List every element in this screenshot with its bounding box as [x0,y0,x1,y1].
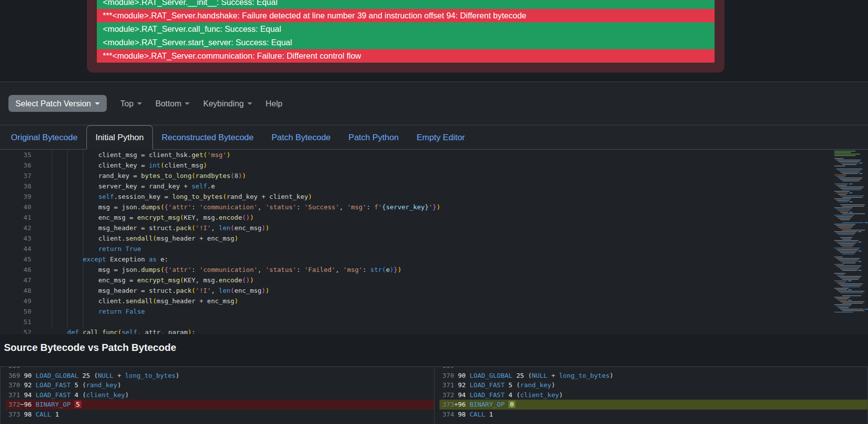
line-number: 37 [0,170,31,181]
line-number: 52 [0,327,31,334]
select-patch-version-button[interactable]: Select Patch Version [8,95,107,112]
menu-label: Keybinding [203,99,244,108]
code-text: enc_msg = encrypt_msg(KEY, msg.encode()) [31,212,254,223]
code-text: msg_header = struct.pack('!I', len(enc_m… [31,223,269,233]
code-text: self.session_key = long_to_bytes(rand_ke… [31,191,312,202]
code-text: rand_key = bytes_to_long(randbytes(8)) [31,170,246,181]
diff-row: 370 90 LOAD_GLOBAL 25 (NULL + long_to_by… [439,371,868,381]
line-number: 35 [0,150,31,160]
diff-row: 371 92 LOAD_FAST 5 (rand_key) [439,380,868,390]
diff-row: 370 92 LOAD_FAST 5 (rand_key) [5,380,434,390]
toolbar: Select Patch Version TopBottomKeybinding… [0,82,868,125]
select-patch-version-label: Select Patch Version [15,99,91,108]
tab-initial-python[interactable]: Initial Python [86,125,152,150]
diff-row: 372 94 LOAD_FAST 4 (client_key) [439,390,868,400]
code-text: except Exception as e: [31,254,168,264]
tab-patch-bytecode[interactable]: Patch Bytecode [263,125,340,150]
code-line: 37 rand_key = bytes_to_long(randbytes(8)… [0,170,868,181]
code-line: 43 client.sendall(msg_header + enc_msg) [0,233,868,244]
line-number: 39 [0,191,31,202]
tab-original-bytecode[interactable]: Original Bytecode [2,125,86,150]
bytecode-diff-section: Source Bytecode vs Patch Bytecode 368369… [0,334,868,424]
line-number: 41 [0,212,31,223]
code-text: client.sendall(msg_header + enc_msg) [31,233,238,244]
line-number: 45 [0,254,31,264]
code-text: msg = json.dumps({'attr': 'communication… [31,202,440,212]
line-number: 36 [0,160,31,170]
diff-row: 372−96 BINARY_OP 5 [5,400,434,410]
python-code-editor[interactable]: 35 client_msg = client_hsk.get('msg')36 … [0,150,868,334]
code-line: 35 client_msg = client_hsk.get('msg') [0,150,868,160]
code-line: 42 msg_header = struct.pack('!I', len(en… [0,223,868,233]
diff-row: 369 90 LOAD_GLOBAL 25 (NULL + long_to_by… [5,371,434,381]
menu-label: Help [266,99,283,108]
menu-help[interactable]: Help [266,99,283,108]
code-text: client_key = int(client_msg) [31,160,207,170]
menu-label: Top [120,99,134,108]
code-line: 38 server_key = rand_key + self.e [0,181,868,191]
code-text: client.sendall(msg_header + enc_msg) [31,296,238,306]
code-line: 52 def call_func(self, attr, param): [0,327,868,334]
code-text: server_key = rand_key + self.e [31,181,215,191]
bytecode-diff: 368369 90 LOAD_GLOBAL 25 (NULL + long_to… [0,366,868,424]
caret-down-icon [185,102,190,105]
code-line: 45 except Exception as e: [0,254,868,264]
tab-empty-editor[interactable]: Empty Editor [408,125,474,150]
line-number: 44 [0,244,31,254]
code-text [31,317,52,327]
caret-down-icon [95,102,100,105]
line-number: 49 [0,296,31,306]
diff-row-clipped: 369 [439,367,868,371]
code-text: msg_header = struct.pack('!I', len(enc_m… [31,285,269,296]
line-number: 42 [0,223,31,233]
line-number: 48 [0,285,31,296]
tab-bar: Original BytecodeInitial PythonReconstru… [0,125,868,150]
tab-reconstructed-bytecode[interactable]: Reconstructed Bytecode [153,125,263,150]
code-text: return False [31,306,145,317]
code-line: 47 enc_msg = encrypt_msg(KEY, msg.encode… [0,275,868,285]
line-number: 51 [0,317,31,327]
menu-top[interactable]: Top [120,99,142,108]
code-line: 46 msg = json.dumps({'attr': 'communicat… [0,264,868,275]
line-number: 43 [0,233,31,244]
diff-row: 373+96 BINARY_OP 0 [439,400,868,410]
status-strip: <module>.RAT_Server.__init__: Success: E… [0,0,868,82]
tab-patch-python[interactable]: Patch Python [340,125,408,150]
diff-row: 374 98 CALL 1 [439,410,868,420]
tabs-wrap: Original BytecodeInitial PythonReconstru… [0,125,868,150]
code-text: return True [31,244,141,254]
code-line: 44 return True [0,244,868,254]
caret-down-icon [137,102,142,105]
status-row: <module>.RAT_Server.__init__: Success: E… [97,0,715,9]
status-panel: <module>.RAT_Server.__init__: Success: E… [87,0,724,73]
line-number: 47 [0,275,31,285]
code-line: 49 client.sendall(msg_header + enc_msg) [0,296,868,306]
menu-bottom[interactable]: Bottom [155,99,190,108]
code-line: 41 enc_msg = encrypt_msg(KEY, msg.encode… [0,212,868,223]
line-number: 50 [0,306,31,317]
code-line: 39 self.session_key = long_to_bytes(rand… [0,191,868,202]
diff-row-clipped: 368 [5,367,434,371]
code-line: 36 client_key = int(client_msg) [0,160,868,170]
code-line: 51 [0,317,868,327]
status-row: <module>.RAT_Server.start_server: Succes… [97,36,715,49]
caret-down-icon [247,102,252,105]
status-row: ***<module>.RAT_Server.communication: Fa… [97,49,715,63]
section-title: Source Bytecode vs Patch Bytecode [0,334,868,366]
code-lines: 35 client_msg = client_hsk.get('msg')36 … [0,150,868,334]
status-row: <module>.RAT_Server.call_func: Success: … [97,22,715,36]
line-number: 38 [0,181,31,191]
code-line: 40 msg = json.dumps({'attr': 'communicat… [0,202,868,212]
status-row: ***<module>.RAT_Server.handshake: Failur… [97,9,715,22]
code-line: 50 return False [0,306,868,317]
menu-label: Bottom [155,99,181,108]
code-text: def call_func(self, attr, param): [31,327,196,334]
line-number: 46 [0,264,31,275]
diff-right-pane: 369370 90 LOAD_GLOBAL 25 (NULL + long_to… [434,367,868,424]
code-text: enc_msg = encrypt_msg(KEY, msg.encode()) [31,275,254,285]
diff-row: 371 94 LOAD_FAST 4 (client_key) [5,390,434,400]
toolbar-menus: TopBottomKeybindingHelp [107,99,282,108]
line-number: 40 [0,202,31,212]
menu-keybinding[interactable]: Keybinding [203,99,252,108]
code-text: client_msg = client_hsk.get('msg') [31,150,230,160]
